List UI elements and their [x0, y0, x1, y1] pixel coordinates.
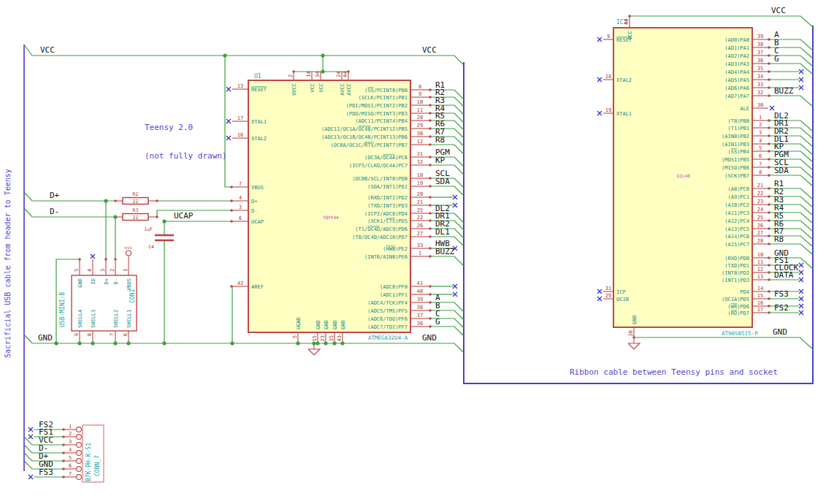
pin-name: (ADC4/TCK)PF4: [367, 300, 408, 306]
wire: [431, 186, 464, 196]
net-label-GND[interactable]: GND: [38, 333, 53, 343]
pin-number: 26: [757, 223, 763, 229]
pin-name: SHELL3: [91, 310, 96, 328]
pin-name: D+: [251, 199, 257, 205]
net-label-R8[interactable]: R8: [774, 234, 784, 244]
reference-R2[interactable]: R2: [133, 191, 139, 197]
pin-number: 10: [757, 252, 763, 258]
pin-name: (ADC7/TDI)PF7: [367, 324, 408, 330]
pin-number: 36: [417, 321, 423, 327]
pin-terminal: [230, 285, 233, 288]
schematic-canvas: U1ATMEGA32U4-ATQFP4413RESET17XTAL116XTAL…: [0, 0, 826, 504]
pin-number: 6: [123, 333, 129, 336]
junction: [316, 341, 319, 345]
pin-number: 34: [757, 74, 763, 80]
junction: [321, 69, 324, 73]
pin-number: 29: [605, 293, 611, 299]
net-label-R8[interactable]: R8: [435, 135, 445, 145]
no-connect-icon: [28, 475, 33, 479]
no-connect-icon: [799, 69, 803, 74]
pin-number: 7: [239, 181, 242, 187]
no-connect-icon: [799, 85, 803, 90]
no-connect-icon: [799, 289, 803, 294]
pin-name: (ADC6/TDO)PF6: [367, 316, 408, 322]
pin-number: 30: [757, 102, 763, 108]
pin-name: (RD)PD7: [727, 310, 749, 316]
no-connect-icon: [799, 304, 803, 308]
pin-name: (AD3)PA3: [724, 61, 749, 67]
pin-number: 2: [110, 269, 115, 272]
net-label-VCC[interactable]: VCC: [422, 45, 437, 55]
net-label-DATA[interactable]: DATA: [774, 270, 794, 280]
net-label-G[interactable]: G: [435, 317, 440, 327]
net-label-GND[interactable]: GND: [773, 327, 787, 337]
pin-number: 1: [759, 115, 762, 121]
pin-number: 11: [417, 107, 423, 113]
schematic-page: U1ATMEGA32U4-ATQFP4413RESET17XTAL116XTAL…: [0, 0, 826, 504]
pin-terminal: [156, 199, 158, 202]
pin-number: 24: [336, 72, 342, 77]
pin-circle-CONN_7-7: [77, 475, 82, 480]
net-label-FS3[interactable]: FS3: [774, 289, 789, 299]
pin-name: VBUS: [251, 185, 264, 191]
net-label-SDA[interactable]: SDA: [774, 166, 789, 175]
pin-name: D-: [251, 208, 257, 214]
pin-number: 39: [757, 34, 763, 39]
vcc-symbol-label: vcc: [125, 245, 133, 250]
pin-number: 43: [337, 335, 343, 341]
gnd-power-symbol: [628, 343, 640, 349]
net-label-VCC[interactable]: VCC: [771, 6, 786, 15]
net-label-SDA[interactable]: SDA: [435, 177, 450, 186]
net-label-BUZZ[interactable]: BUZZ: [435, 247, 455, 256]
pin-number: 21: [757, 183, 763, 188]
no-connect-icon: [453, 195, 457, 199]
no-connect-icon: [226, 136, 231, 140]
pin-name: (AD4)PA4: [724, 69, 749, 75]
pin-name: (T1)PB1: [727, 126, 749, 131]
pin-name: (SCK)PB7: [724, 173, 749, 179]
net-label-D-[interactable]: D-: [50, 207, 59, 216]
pin-number: 4: [69, 447, 72, 453]
value-R2: 22: [133, 199, 139, 205]
pin-number: 1: [418, 251, 421, 256]
pin-name: (ADC0)PF0: [380, 284, 408, 290]
pin-name: (MOSI)PB5: [722, 157, 749, 163]
pin-number: 9: [607, 34, 610, 39]
junction: [77, 341, 81, 345]
reference-C4[interactable]: C4: [148, 244, 154, 250]
net-label-G[interactable]: G: [774, 54, 779, 64]
no-connect-icon: [453, 292, 457, 297]
net-label-KP[interactable]: KP: [435, 156, 445, 165]
reference-text: USB-MINI-B: [59, 292, 66, 327]
pin-number: 18: [417, 172, 423, 178]
pin-number: 13: [237, 83, 243, 89]
no-connect-icon: [799, 263, 803, 267]
reference-R3[interactable]: R3: [133, 207, 139, 213]
net-label-FS2[interactable]: FS2: [774, 303, 789, 313]
pin-name: OC1B: [616, 297, 629, 302]
no-connect-icon: [799, 278, 803, 282]
no-connect-icon: [597, 37, 602, 42]
pin-name: GND: [316, 320, 321, 329]
pin-name: (PDI/MOSI/PCINT2)PB2: [346, 103, 408, 109]
wire: [24, 45, 464, 65]
pin-number: 4: [759, 138, 762, 144]
pin-name: XTAL1: [251, 119, 267, 125]
pin-terminal: [104, 258, 107, 261]
net-label-DL1[interactable]: DL1: [435, 227, 450, 237]
net-label-D+[interactable]: D+: [50, 191, 60, 200]
pin-number: 33: [757, 82, 763, 88]
pin-number: 8: [87, 333, 93, 336]
net-label-BUZZ[interactable]: BUZZ: [774, 86, 794, 96]
net-label-FS3[interactable]: FS3: [39, 467, 53, 477]
reference-text: CON1: [129, 289, 136, 303]
reference-U1[interactable]: U1: [254, 73, 261, 80]
net-label-GND[interactable]: GND: [422, 333, 437, 343]
pin-number: 14: [757, 286, 763, 291]
pin-name: GND: [324, 320, 329, 329]
net-label-UCAP[interactable]: UCAP: [174, 211, 194, 221]
pin-name: PD4: [740, 289, 749, 295]
net-label-VCC[interactable]: VCC: [40, 45, 55, 55]
pin-name: GND: [632, 315, 638, 324]
reference-text: CONN_7: [94, 455, 101, 476]
